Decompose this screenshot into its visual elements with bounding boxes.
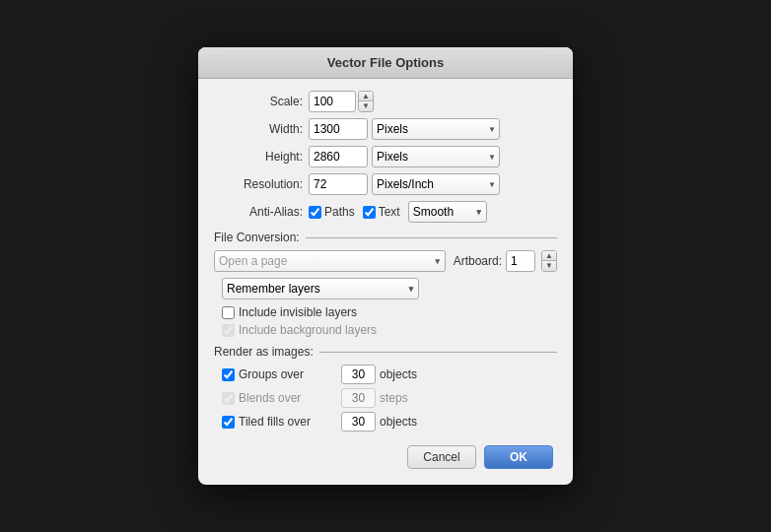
vector-file-options-dialog: Vector File Options Scale: ▲ ▼ Width: Pi… <box>198 47 573 485</box>
tiled-label: Tiled fills over <box>239 415 337 429</box>
scale-input[interactable] <box>309 91 356 112</box>
resolution-label: Resolution: <box>214 177 303 191</box>
tiled-input[interactable] <box>341 412 376 432</box>
render-label-text: Render as images: <box>214 345 314 359</box>
width-row: Width: Pixels Inches cm <box>214 118 557 140</box>
tiled-unit: objects <box>380 415 417 429</box>
antialias-row: Anti-Alias: Paths Text Smooth Optimized … <box>214 201 557 223</box>
scale-label: Scale: <box>214 95 303 108</box>
file-conversion-text: File Conversion: <box>214 231 300 244</box>
button-row: Cancel OK <box>214 445 557 469</box>
text-checkbox[interactable] <box>363 206 376 219</box>
scale-down-button[interactable]: ▼ <box>359 101 373 111</box>
tiled-row: Tiled fills over objects <box>214 412 557 432</box>
resolution-unit-wrap: Pixels/Inch Pixels/cm <box>368 173 500 195</box>
title-text: Vector File Options <box>327 55 444 70</box>
paths-checkbox-item: Paths <box>309 205 355 219</box>
blends-input[interactable] <box>341 388 376 408</box>
page-select-wrap: Open a page ▼ <box>214 250 446 272</box>
dialog-title: Vector File Options <box>198 47 573 79</box>
groups-row: Groups over objects <box>214 365 557 384</box>
artboard-down-button[interactable]: ▼ <box>542 261 556 271</box>
include-background-checkbox[interactable] <box>222 324 235 337</box>
text-label: Text <box>379 205 400 219</box>
paths-label: Paths <box>324 205 355 219</box>
height-unit-select[interactable]: Pixels Inches cm <box>372 146 500 167</box>
smooth-wrap: Smooth Optimized None ▼ <box>408 201 487 223</box>
groups-label: Groups over <box>239 367 337 381</box>
layers-select-wrap: Remember layers Merge layers Flatten ▼ <box>222 278 419 299</box>
artboard-label: Artboard: <box>454 254 502 268</box>
resolution-row: Resolution: Pixels/Inch Pixels/cm <box>214 173 557 195</box>
artboard-stepper: ▲ ▼ <box>541 250 557 272</box>
antialias-label: Anti-Alias: <box>214 205 303 219</box>
include-invisible-label: Include invisible layers <box>239 305 357 319</box>
page-artboard-row: Open a page ▼ Artboard: ▲ ▼ <box>214 250 557 272</box>
width-unit-wrap: Pixels Inches cm <box>368 118 500 140</box>
tiled-checkbox[interactable] <box>222 416 235 429</box>
resolution-unit-select[interactable]: Pixels/Inch Pixels/cm <box>372 173 500 195</box>
height-label: Height: <box>214 150 303 164</box>
blends-label: Blends over <box>239 391 337 405</box>
blends-checkbox[interactable] <box>222 392 235 405</box>
width-input[interactable] <box>309 118 368 140</box>
width-label: Width: <box>214 122 303 136</box>
include-background-row: Include background layers <box>214 323 557 337</box>
artboard-up-button[interactable]: ▲ <box>542 251 556 261</box>
paths-checkbox[interactable] <box>309 206 321 219</box>
blends-row: Blends over steps <box>214 388 557 408</box>
groups-checkbox[interactable] <box>222 368 235 381</box>
include-invisible-row: Include invisible layers <box>214 305 557 319</box>
include-invisible-checkbox[interactable] <box>222 306 235 319</box>
cancel-button[interactable]: Cancel <box>407 445 476 469</box>
antialias-options: Paths Text Smooth Optimized None ▼ <box>309 201 487 223</box>
scale-row: Scale: ▲ ▼ <box>214 91 557 112</box>
render-section-label: Render as images: <box>214 345 557 359</box>
blends-unit: steps <box>380 391 408 405</box>
include-background-label: Include background layers <box>239 323 377 337</box>
layers-select[interactable]: Remember layers Merge layers Flatten <box>222 278 419 299</box>
height-unit-wrap: Pixels Inches cm <box>368 146 500 167</box>
groups-input[interactable] <box>341 365 376 384</box>
height-input[interactable] <box>309 146 368 167</box>
file-conversion-label: File Conversion: <box>214 231 557 244</box>
artboard-input[interactable] <box>506 250 535 272</box>
text-checkbox-item: Text <box>363 205 400 219</box>
layers-select-row: Remember layers Merge layers Flatten ▼ <box>214 278 557 299</box>
page-select[interactable]: Open a page <box>214 250 446 272</box>
resolution-input[interactable] <box>309 173 368 195</box>
width-unit-select[interactable]: Pixels Inches cm <box>372 118 500 140</box>
groups-unit: objects <box>380 367 417 381</box>
smooth-select[interactable]: Smooth Optimized None <box>408 201 487 223</box>
height-row: Height: Pixels Inches cm <box>214 146 557 167</box>
ok-button[interactable]: OK <box>484 445 553 469</box>
scale-stepper: ▲ ▼ <box>358 91 374 112</box>
artboard-row: Artboard: ▲ ▼ <box>454 250 557 272</box>
scale-up-button[interactable]: ▲ <box>359 92 373 101</box>
